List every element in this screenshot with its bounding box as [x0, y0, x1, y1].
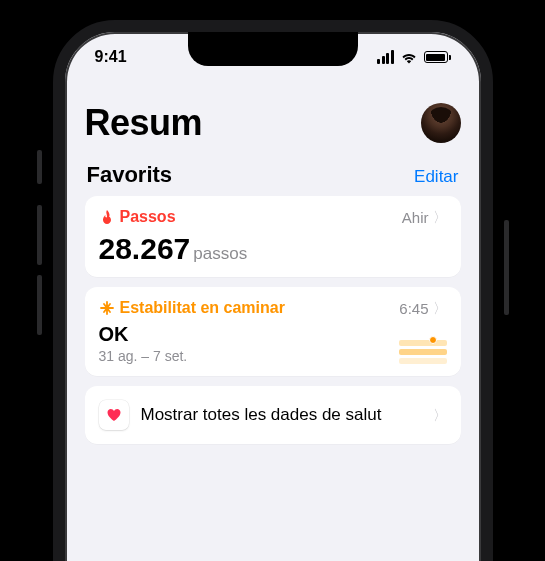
steps-value: 28.267: [99, 232, 191, 265]
page-title: Resum: [85, 102, 203, 144]
notch: [188, 32, 358, 66]
phone-frame: 9:41 Resum Favorits Ed: [53, 20, 493, 561]
walking-steadiness-card[interactable]: Estabilitat en caminar 6:45 〉 OK 31 ag. …: [85, 287, 461, 376]
status-indicators: [377, 50, 451, 64]
svg-point-0: [105, 306, 109, 310]
walking-date-range: 31 ag. – 7 set.: [99, 348, 188, 364]
heart-icon: [99, 400, 129, 430]
walking-timestamp: 6:45: [399, 300, 428, 317]
favorites-heading: Favorits: [87, 162, 173, 188]
steps-unit: passos: [193, 244, 247, 263]
battery-icon: [424, 51, 451, 63]
walking-steadiness-icon: [99, 300, 115, 316]
cellular-icon: [377, 50, 394, 64]
walking-label: Estabilitat en caminar: [120, 299, 285, 317]
chevron-right-icon: 〉: [433, 301, 447, 315]
status-time: 9:41: [95, 48, 127, 66]
chevron-right-icon: 〉: [433, 408, 447, 422]
show-all-health-data-button[interactable]: Mostrar totes les dades de salut 〉: [85, 386, 461, 444]
show-all-label: Mostrar totes les dades de salut: [141, 405, 382, 425]
walking-status: OK: [99, 323, 188, 346]
steps-label: Passos: [120, 208, 176, 226]
edit-button[interactable]: Editar: [414, 167, 458, 187]
flame-icon: [99, 209, 115, 225]
profile-avatar[interactable]: [421, 103, 461, 143]
steps-timestamp: Ahir: [402, 209, 429, 226]
walking-mini-chart: [399, 340, 447, 364]
chevron-right-icon: 〉: [433, 210, 447, 224]
wifi-icon: [400, 51, 418, 64]
steps-card[interactable]: Passos Ahir 〉 28.267passos: [85, 196, 461, 277]
